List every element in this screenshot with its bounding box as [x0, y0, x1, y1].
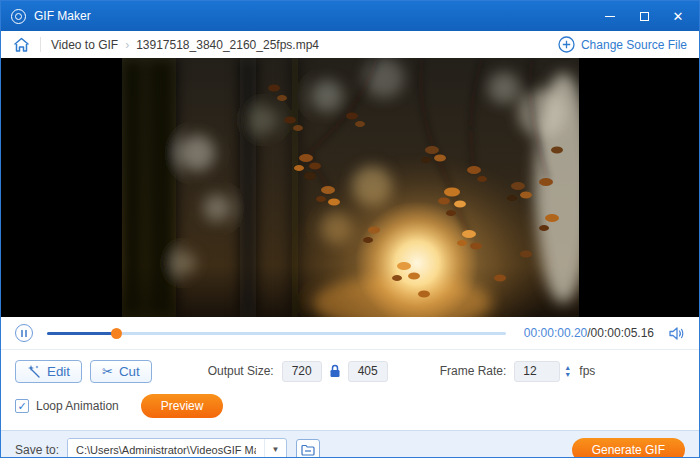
speaker-icon: [668, 326, 685, 341]
preview-button[interactable]: Preview: [141, 394, 224, 418]
generate-gif-button[interactable]: Generate GIF: [572, 438, 685, 458]
output-size-label: Output Size:: [208, 364, 274, 378]
plus-circle-icon: [558, 36, 575, 53]
combo-dropdown-icon[interactable]: ▼: [264, 439, 286, 458]
open-folder-button[interactable]: [296, 439, 320, 458]
slider-thumb[interactable]: [111, 328, 122, 339]
magic-wand-icon: [27, 364, 41, 378]
loop-animation-label: Loop Animation: [36, 399, 119, 413]
lock-icon: [329, 364, 341, 378]
volume-button[interactable]: [668, 326, 685, 341]
player-bar: 00:00:00.20/00:00:05.16: [1, 317, 699, 349]
chevron-right-icon: ›: [125, 38, 129, 52]
title-bar: GIF Maker ✕: [1, 1, 699, 31]
video-preview-area: [1, 58, 699, 317]
footer-bar: Save to: ▼ Generate GIF: [1, 430, 699, 458]
cut-button[interactable]: ✂ Cut: [90, 360, 152, 383]
minimize-icon: [605, 16, 615, 17]
frame-rate-stepper: ▲ ▼: [564, 364, 571, 378]
breadcrumb-filename: 13917518_3840_2160_25fps.mp4: [136, 38, 319, 52]
edit-button[interactable]: Edit: [15, 360, 82, 383]
frame-rate-label: Frame Rate:: [440, 364, 507, 378]
tools-row: Edit ✂ Cut Output Size: Frame Rate: ▲ ▼: [15, 356, 685, 386]
time-display: 00:00:00.20/00:00:05.16: [524, 326, 654, 340]
aspect-lock-button[interactable]: [329, 364, 341, 378]
cut-label: Cut: [119, 364, 140, 379]
loop-animation-checkbox[interactable]: ✓: [15, 399, 29, 413]
save-path-combobox[interactable]: ▼: [67, 438, 287, 458]
options-row: ✓ Loop Animation Preview: [15, 390, 685, 422]
fps-label: fps: [579, 364, 595, 378]
video-frame-photo: [122, 58, 579, 317]
scissors-icon: ✂: [102, 365, 113, 378]
output-height-input[interactable]: [348, 361, 388, 382]
breadcrumb: Video to GIF › 13917518_3840_2160_25fps.…: [1, 31, 699, 58]
close-button[interactable]: ✕: [671, 9, 685, 23]
frame-rate-input[interactable]: [514, 361, 560, 382]
time-total: /00:00:05.16: [587, 326, 654, 340]
minimize-button[interactable]: [603, 9, 617, 23]
save-path-input[interactable]: [68, 439, 264, 458]
maximize-icon: [640, 12, 649, 21]
playback-slider[interactable]: [47, 326, 506, 340]
edit-label: Edit: [47, 364, 70, 379]
output-width-input[interactable]: [282, 361, 322, 382]
folder-icon: [301, 444, 315, 456]
gif-maker-window: GIF Maker ✕ Video to GIF › 13917518_3840…: [0, 0, 700, 458]
divider: [40, 37, 41, 52]
stepper-down-icon[interactable]: ▼: [564, 371, 571, 378]
window-title: GIF Maker: [34, 9, 91, 23]
save-to-label: Save to:: [15, 443, 59, 457]
stepper-up-icon[interactable]: ▲: [564, 364, 571, 371]
change-source-label: Change Source File: [581, 38, 687, 52]
time-current: 00:00:00.20: [524, 326, 587, 340]
slider-fill: [47, 332, 116, 335]
breadcrumb-section[interactable]: Video to GIF: [51, 38, 118, 52]
pause-icon: [21, 330, 23, 337]
app-logo-icon: [11, 9, 26, 24]
pause-button[interactable]: [15, 324, 33, 342]
home-icon: [13, 37, 30, 53]
settings-panel: Edit ✂ Cut Output Size: Frame Rate: ▲ ▼: [1, 349, 699, 430]
maximize-button[interactable]: [637, 9, 651, 23]
home-button[interactable]: [13, 37, 30, 53]
change-source-file-button[interactable]: Change Source File: [558, 36, 687, 53]
